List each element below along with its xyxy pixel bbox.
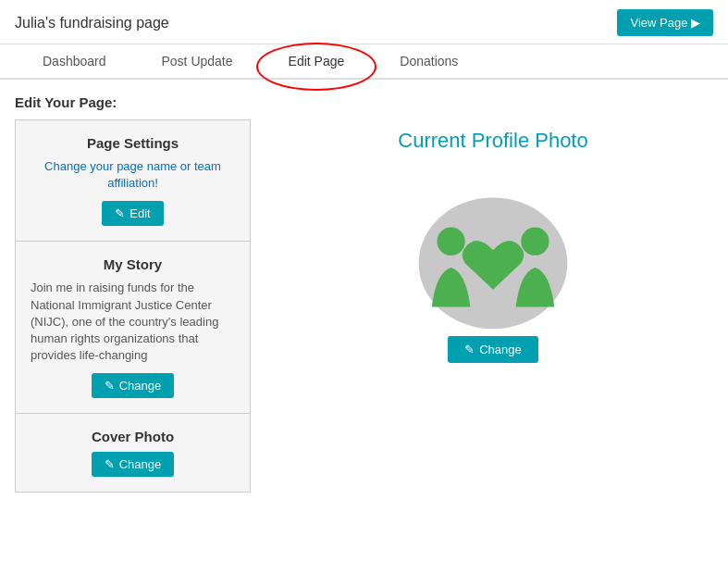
page-settings-title: Page Settings: [31, 135, 235, 151]
edit-icon-2: [105, 379, 115, 393]
my-story-desc: Join me in raising funds for the Nationa…: [31, 280, 235, 364]
page-settings-edit-button[interactable]: Edit: [102, 201, 163, 226]
page-title: Julia's fundraising page: [15, 15, 169, 31]
profile-photo-heading: Current Profile Photo: [398, 129, 587, 153]
cover-photo-title: Cover Photo: [31, 429, 235, 444]
right-content: Current Profile Photo: [273, 119, 713, 363]
my-story-btn-label: Change: [119, 379, 162, 393]
cover-photo-btn-label: Change: [119, 457, 162, 471]
edit-icon-3: [105, 457, 115, 471]
main-layout: Page Settings Change your page name or t…: [15, 119, 713, 493]
my-story-title: My Story: [31, 256, 235, 272]
svg-point-1: [437, 228, 464, 256]
cover-photo-section: Cover Photo Change: [16, 414, 250, 492]
page-content: Edit Your Page: Page Settings Change you…: [0, 80, 728, 507]
view-page-button[interactable]: View Page ▶: [617, 9, 713, 36]
my-story-change-button[interactable]: Change: [92, 373, 175, 398]
page-settings-btn-label: Edit: [130, 206, 150, 220]
tab-donations[interactable]: Donations: [372, 44, 486, 78]
people-icon: [405, 171, 581, 333]
tab-dashboard[interactable]: Dashboard: [15, 44, 134, 78]
tab-bar: Dashboard Post Update Edit Page Donation…: [0, 44, 728, 80]
section-heading: Edit Your Page:: [15, 94, 713, 110]
my-story-section: My Story Join me in raising funds for th…: [16, 242, 250, 414]
tab-post-update[interactable]: Post Update: [134, 44, 261, 78]
page-settings-desc: Change your page name or team affiliatio…: [31, 158, 235, 192]
edit-icon: [115, 206, 125, 220]
page-header: Julia's fundraising page View Page ▶: [0, 0, 728, 44]
svg-point-2: [521, 228, 549, 256]
edit-icon-photo: [464, 343, 475, 356]
change-photo-button[interactable]: Change: [448, 336, 538, 363]
left-sidebar: Page Settings Change your page name or t…: [15, 119, 251, 493]
tab-edit-page[interactable]: Edit Page: [261, 44, 373, 78]
profile-photo-illustration: [405, 171, 581, 336]
change-photo-btn-label: Change: [479, 343, 522, 356]
page-settings-section: Page Settings Change your page name or t…: [16, 120, 250, 242]
cover-photo-change-button[interactable]: Change: [92, 452, 175, 477]
tab-edit-page-wrapper: Edit Page: [261, 44, 373, 78]
